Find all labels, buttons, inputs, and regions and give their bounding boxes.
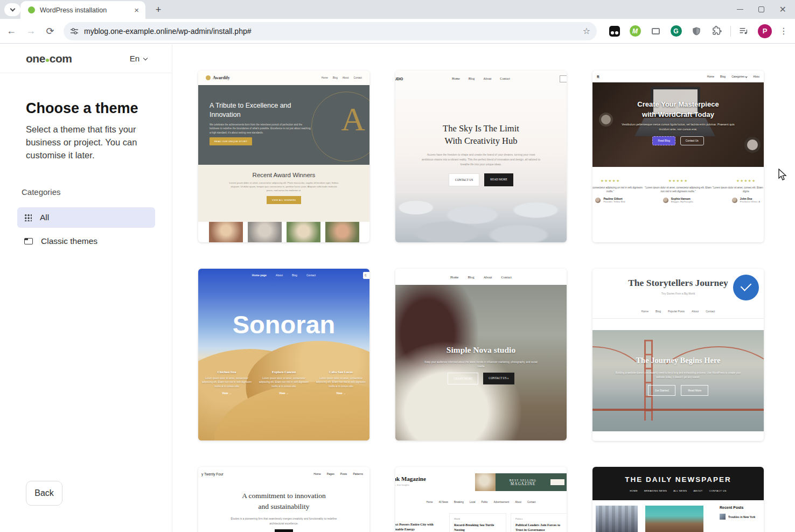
preview-tagline: es, Into Insights [395, 484, 409, 486]
theme-card-storytellers[interactable]: The Storytellers Journey Tiny Stories Fr… [592, 269, 764, 441]
hero-buttons: Get Started Read More [592, 385, 764, 396]
theme-card-simple-nova[interactable]: HomeBlogAboutContact Simple Nova studio … [395, 269, 567, 440]
minimize-icon[interactable] [737, 9, 743, 10]
view-link: View → [316, 391, 366, 395]
mouse-cursor [778, 169, 787, 181]
dark-reader-icon[interactable] [609, 25, 620, 37]
theme-card-awardify[interactable]: Awardify HomeBlogAboutContact A A Tribut… [198, 71, 369, 242]
preview-logo: Awardify [206, 75, 230, 80]
preview-logo: ft [597, 75, 599, 79]
sidebar: onecom En Choose a theme Select a theme … [0, 44, 172, 532]
screenshot-icon[interactable] [650, 25, 661, 37]
theme-card-sonoran[interactable]: Home pageAboutBlogContact C Sonoran Chic… [198, 269, 369, 440]
theme-card-wordcraft[interactable]: ft HomeBlogCategoriesAbou Create Your Ma… [592, 71, 764, 242]
language-selector[interactable]: En [130, 54, 147, 63]
winner-photo [287, 222, 320, 242]
page-content: onecom En Choose a theme Select a theme … [0, 44, 795, 532]
preview-nav: HomeBlogAboutContact [395, 269, 567, 285]
hero-body: We celebrate the achievements born from … [210, 123, 312, 135]
extensions-puzzle-icon[interactable] [711, 25, 723, 37]
winner-photo [325, 222, 359, 242]
preview-nav: HomeBlogAboutContact [322, 76, 362, 79]
browser-window: WordPress installation × + ✕ ← → ⟳ myblo… [0, 0, 795, 532]
hero-body: Keep your audience informed about the la… [422, 360, 540, 369]
read-more-button: READ MORE [484, 173, 513, 186]
hero-title: The Journey Begins Here [592, 356, 764, 365]
category-item-classic-themes[interactable]: Classic themes [17, 231, 155, 251]
divider [592, 318, 764, 319]
preview-nav: HomeBlogAboutContact [395, 77, 567, 80]
shield-icon[interactable] [691, 25, 702, 37]
category-item-all[interactable]: All [17, 207, 155, 228]
preview-nav: HomePagesPostsPatterns [313, 472, 363, 475]
url-text: myblog.one-example.online/wp-admin/insta… [84, 27, 583, 36]
window-controls: ✕ [737, 0, 792, 19]
section-title: Recent Award Winners [198, 172, 369, 178]
photo-shape [395, 341, 522, 440]
header-button-fragment [560, 75, 567, 82]
star-rating: ★★★★★ [592, 179, 644, 183]
avatar [663, 198, 668, 203]
theme-grid: Awardify HomeBlogAboutContact A A Tribut… [172, 44, 795, 532]
reload-icon[interactable]: ⟳ [42, 23, 58, 39]
preview-hero: A A Tribute to Excellence and Innovation… [198, 85, 369, 165]
destination-column: Cabo San Lucas Lorem ipsum dolor sit ame… [316, 370, 366, 395]
classic-themes-icon [24, 238, 33, 244]
tab-close-icon[interactable]: × [132, 5, 141, 15]
hero-title: Simple Nova studio [395, 345, 567, 355]
star-rating: ★★★★★ [644, 179, 712, 183]
article-card: ject Powers Entire City withainable Ener… [395, 513, 447, 532]
testimonial: ★★★★★ "Lorem ipsum dolor sit amet, conse… [712, 179, 764, 203]
section-body: Lorem ipsum dolor sit amet, consectetur … [229, 181, 339, 192]
preview-nav: HomeBlogPopular PostsAboutContact [592, 310, 764, 313]
address-bar[interactable]: myblog.one-example.online/wp-admin/insta… [64, 22, 597, 40]
back-button[interactable]: Back [26, 481, 62, 506]
theme-card-ink-magazine[interactable]: nk Magazine es, Into Insights BEST SELLI… [395, 467, 567, 532]
testimonial: ★★★★★ olor sit amet, consectetur adipisc… [592, 179, 644, 203]
profile-avatar[interactable]: P [758, 24, 772, 38]
new-tab-button[interactable]: + [152, 3, 165, 16]
destination-column: Explore Cancun Lorem ipsum dolor sit ame… [259, 370, 309, 395]
grammarly-icon[interactable]: G [670, 25, 682, 37]
tab-strip: WordPress installation × + ✕ [0, 0, 795, 19]
category-label: All [40, 213, 49, 222]
extensions-row: M G [609, 25, 723, 37]
media-playlist-icon[interactable] [737, 25, 749, 37]
categories-label: Categories [22, 187, 61, 197]
preview-header: ft HomeBlogCategoriesAbou [592, 71, 764, 82]
maximize-icon[interactable] [758, 6, 764, 12]
back-icon[interactable]: ← [3, 23, 19, 39]
browser-tab[interactable]: WordPress installation × [20, 1, 145, 19]
close-icon[interactable]: ✕ [779, 5, 786, 14]
bookmark-star-icon[interactable]: ☆ [583, 26, 590, 36]
destination-columns: Chichen Itza Lorem ipsum dolor sit amet,… [198, 370, 369, 395]
theme-card-twenty-four[interactable]: y Twenty Four HomePagesPostsPatterns A c… [198, 467, 369, 532]
site-info-icon[interactable] [70, 27, 79, 36]
hero-body: Building a website doesn't necessarily n… [613, 371, 743, 380]
theme-card-creativity-hub[interactable]: UDIO HomeBlogAboutContact The Sky Is The… [395, 71, 567, 242]
section-cta-button: VIEW ALL WINNERS [267, 196, 302, 204]
star-rating: ★★★★★ [712, 179, 764, 183]
recent-posts-sidebar: Recent Posts Troubles in New York [720, 506, 755, 520]
forward-icon[interactable]: → [23, 23, 39, 39]
recent-post-item: Troubles in New York [720, 514, 755, 520]
banner-photo [475, 473, 496, 491]
hero-body: Études is a pioneering firm that seamles… [227, 516, 340, 526]
tab-search-button[interactable] [4, 3, 20, 16]
selected-check-badge[interactable] [733, 275, 759, 300]
letter-a-decoration: A [341, 100, 365, 138]
testimonial: ★★★★★ "Lorem ipsum dolor sit amet, conse… [644, 179, 712, 203]
city-photo [596, 506, 638, 532]
toolbar-divider [730, 26, 731, 37]
clouds-image [395, 193, 567, 242]
article-card: Politics Political Leaders Join Forces t… [511, 513, 567, 532]
monica-icon[interactable]: M [629, 25, 641, 37]
post-thumbnail [720, 514, 726, 520]
theme-card-daily-newspaper[interactable]: THE DAILY NEWSPAPER HOMEBREAKING NEWSALL… [592, 467, 764, 532]
menu-kebab-icon[interactable]: ⋮ [779, 26, 788, 36]
tab-favicon [28, 6, 35, 13]
preview-nav: HomeAll NewsBreakingLocalPoliticAdvertis… [395, 501, 567, 503]
preview-header: THE DAILY NEWSPAPER HOMEBREAKING NEWSALL… [592, 467, 764, 500]
page-subtitle: Select a theme that fits your business o… [26, 123, 145, 162]
beach-photo: Simple Nova studio Keep your audience in… [395, 285, 567, 440]
